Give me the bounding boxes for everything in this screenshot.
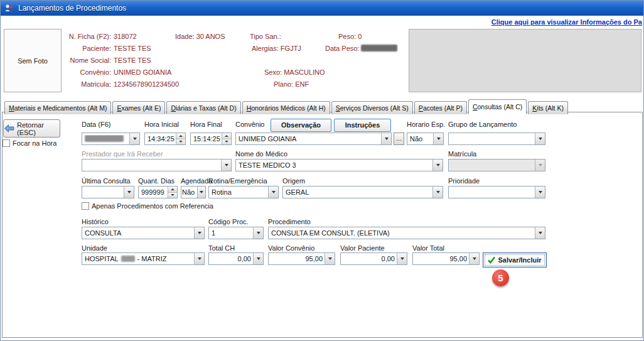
field-value[interactable]: 95,00 <box>413 255 469 263</box>
field-value[interactable]: GERAL <box>283 188 432 196</box>
rotina-emergencia-combobox[interactable]: Rotina <box>208 186 279 198</box>
field-value <box>82 135 129 143</box>
chevron-down-icon[interactable] <box>397 253 407 264</box>
unidade-combobox[interactable]: HOSPITAL- MATRIZ <box>82 252 205 265</box>
field-value[interactable]: Não <box>407 135 433 143</box>
valor-convenio-combobox[interactable]: 95,00 <box>268 252 335 265</box>
checkbox-icon[interactable] <box>82 202 89 210</box>
field-value[interactable]: 999999 <box>139 188 168 196</box>
tab-honorarios-medicos[interactable]: Honorários Médicos (Alt H) <box>242 101 330 114</box>
field-value: UNIMED GOIANIA <box>114 68 171 76</box>
chevron-glyph <box>436 191 440 193</box>
title-bar[interactable]: Lançamentos de Procedimentos <box>1 1 643 16</box>
field-label: Matricula: <box>63 80 111 88</box>
field-value[interactable]: 0,00 <box>341 255 397 263</box>
field-value[interactable]: 0,00 <box>209 255 253 263</box>
field-value[interactable]: Rotina <box>209 188 268 196</box>
origem-label: Origem <box>282 177 305 185</box>
chevron-down-icon[interactable] <box>253 227 263 239</box>
convenio-more-button[interactable]: ... <box>394 133 404 145</box>
historico-combobox[interactable]: CONSULTA <box>82 227 205 239</box>
valor-convenio-label: Valor Convênio <box>268 244 314 252</box>
patient-info-link[interactable]: Clique aqui para visualizar Informações … <box>491 18 642 26</box>
field-value[interactable]: TESTE MEDICO 3 <box>236 161 432 169</box>
spin-up-icon[interactable] <box>168 187 177 193</box>
chevron-down-icon[interactable] <box>535 227 545 239</box>
procedimento-combobox[interactable]: CONSULTA EM CONSULT. (ELETIVA) <box>268 227 545 239</box>
chevron-down-icon[interactable] <box>253 253 263 264</box>
observacao-button[interactable]: Observação <box>271 119 331 132</box>
origem-combobox[interactable]: GERAL <box>282 186 443 198</box>
chevron-down-icon[interactable] <box>432 160 443 171</box>
tab-materiais-medicamentos[interactable]: Materiais e Medicamentos (Alt M) <box>4 101 111 114</box>
unidade-label: Unidade <box>82 244 107 252</box>
field-label: Plano: <box>274 80 293 88</box>
redacted-value <box>361 45 397 51</box>
instrucoes-button[interactable]: Instruções <box>334 119 391 132</box>
codigo-proc-combobox[interactable]: 1 <box>208 227 264 239</box>
patient-photo-placeholder: Sem Foto <box>4 29 62 92</box>
checkbox-icon[interactable] <box>3 139 10 147</box>
chevron-down-icon[interactable] <box>268 187 278 198</box>
field-value[interactable]: 15:14:25 <box>191 135 222 143</box>
chevron-glyph <box>200 191 203 193</box>
data-f6-combobox[interactable] <box>82 133 140 145</box>
valor-paciente-combobox[interactable]: 0,00 <box>340 252 407 265</box>
salvar-incluir-button[interactable]: Salvar/Incluir <box>483 252 547 268</box>
prestador-combobox[interactable] <box>82 159 232 171</box>
chevron-down-icon[interactable] <box>432 187 443 198</box>
chevron-down-icon[interactable] <box>124 187 134 198</box>
tab-kits[interactable]: Kits (Alt K) <box>528 101 568 114</box>
tab-diarias-taxas[interactable]: Diárias e Taxas (Alt D) <box>166 101 240 114</box>
tab-servicos-diversos[interactable]: Serviços Diversos (Alt S) <box>331 101 413 114</box>
field-value[interactable]: Não <box>181 188 197 196</box>
focar-na-hora-checkbox[interactable]: Focar na Hora <box>3 139 56 147</box>
chevron-down-icon[interactable] <box>221 160 231 171</box>
prioridade-combobox[interactable] <box>448 186 545 198</box>
chevron-down-icon[interactable] <box>194 253 204 264</box>
total-ch-combobox[interactable]: 0,00 <box>208 252 264 265</box>
apenas-referencia-checkbox[interactable]: Apenas Procedimentos com Referencia <box>82 202 213 210</box>
field-value[interactable]: 1 <box>209 229 253 237</box>
chevron-glyph <box>127 191 131 193</box>
spin-up-icon[interactable] <box>176 133 185 139</box>
tab-pacotes[interactable]: Pacotes (Alt P) <box>414 101 467 114</box>
down-glyph <box>171 194 174 196</box>
chevron-down-icon[interactable] <box>129 133 139 144</box>
chevron-down-icon[interactable] <box>469 253 479 264</box>
field-label: Alergias: <box>252 45 279 52</box>
tab-consultas[interactable]: Consultas (Alt C) <box>468 99 527 114</box>
spin-down-icon[interactable] <box>176 139 185 145</box>
field-value[interactable]: 95,00 <box>269 255 325 263</box>
spin-down-icon[interactable] <box>222 139 231 145</box>
chevron-down-icon[interactable] <box>381 133 391 144</box>
retornar-button[interactable]: Retornar (ESC) <box>3 119 60 138</box>
spin-down-icon[interactable] <box>168 193 177 198</box>
hora-final-spinner[interactable]: 15:14:25 <box>190 133 232 145</box>
chevron-glyph <box>198 257 201 260</box>
field-value[interactable]: 14:34:25 <box>145 135 176 143</box>
chevron-down-icon[interactable] <box>194 227 204 239</box>
nome-medico-combobox[interactable]: TESTE MEDICO 3 <box>235 159 443 171</box>
chevron-down-icon[interactable] <box>433 133 443 144</box>
field-value[interactable]: CONSULTA EM CONSULT. (ELETIVA) <box>269 229 535 237</box>
spin-up-icon[interactable] <box>222 133 231 139</box>
chevron-down-icon[interactable] <box>535 187 545 198</box>
grupo-lancamento-combobox[interactable] <box>448 133 545 145</box>
valor-total-combobox[interactable]: 95,00 <box>412 252 480 265</box>
prioridade-label: Prioridade <box>448 177 480 185</box>
field-value[interactable]: CONSULTA <box>82 229 194 237</box>
field-value[interactable]: HOSPITAL- MATRIZ <box>82 255 194 263</box>
agendada-combobox[interactable]: Não <box>181 186 206 198</box>
chevron-down-icon[interactable] <box>535 133 545 144</box>
convenio-combobox[interactable]: UNIMED GOIANIA <box>235 133 392 145</box>
chevron-down-icon[interactable] <box>197 187 205 198</box>
ultima-consulta-combobox[interactable] <box>82 186 134 198</box>
chevron-glyph <box>539 138 542 140</box>
field-value[interactable]: UNIMED GOIANIA <box>236 135 381 143</box>
tab-exames[interactable]: Exames (Alt E) <box>112 101 165 114</box>
chevron-down-icon[interactable] <box>325 253 335 264</box>
quant-dias-spinner[interactable]: 999999 <box>138 186 178 198</box>
horario-esp-combobox[interactable]: Não <box>407 133 444 145</box>
hora-inicial-spinner[interactable]: 14:34:25 <box>144 133 186 145</box>
